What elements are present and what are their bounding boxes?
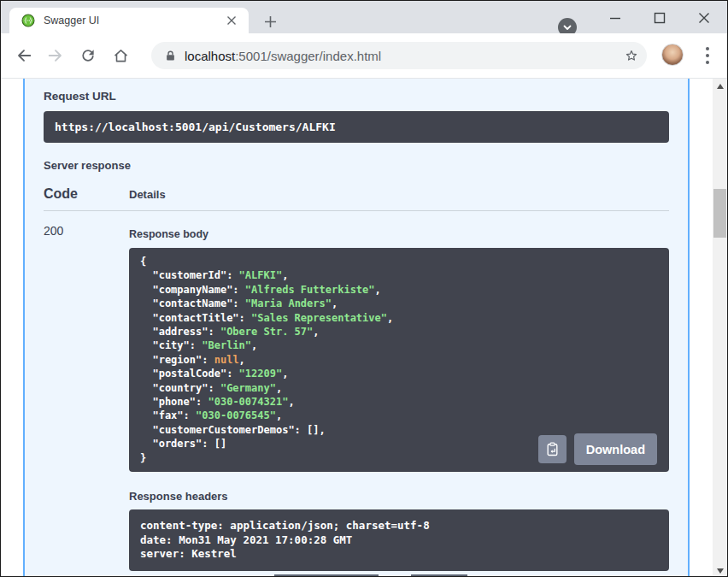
forward-button[interactable] — [42, 42, 69, 69]
page-content: Request URL https://localhost:5001/api/C… — [1, 79, 727, 577]
request-url-value: https://localhost:5001/api/Customers/ALF… — [44, 111, 669, 143]
response-details: Response body { "customerId": "ALFKI", "… — [129, 224, 669, 571]
page-scrollbar[interactable] — [713, 79, 727, 577]
new-tab-button[interactable] — [261, 13, 279, 30]
tab-close-icon[interactable] — [225, 14, 238, 27]
details-column-header: Details — [129, 188, 166, 201]
home-button[interactable] — [107, 42, 134, 69]
copy-to-clipboard-button[interactable] — [538, 435, 567, 463]
url-text[interactable]: localhost:5001/swagger/index.html — [185, 49, 381, 63]
table-divider — [44, 210, 669, 211]
profile-avatar[interactable] — [661, 44, 684, 66]
status-code: 200 — [44, 224, 129, 571]
response-body-code: { "customerId": "ALFKI", "companyName": … — [129, 248, 669, 472]
lock-icon[interactable] — [164, 50, 177, 62]
browser-window: Swagger UI — [0, 0, 728, 577]
bookmark-star-icon[interactable] — [624, 48, 639, 63]
maximize-button[interactable] — [647, 8, 672, 28]
response-table-header: Code Details — [44, 186, 669, 202]
scroll-up-button[interactable] — [713, 79, 727, 93]
browser-toolbar: localhost:5001/swagger/index.html — [1, 33, 727, 79]
code-column-header: Code — [44, 186, 129, 202]
browser-tab[interactable]: Swagger UI — [9, 8, 249, 33]
url-path: :5001/swagger/index.html — [235, 49, 381, 63]
scrollbar-thumb[interactable] — [713, 189, 726, 238]
tab-title: Swagger UI — [44, 15, 225, 26]
response-row: 200 Response body { "customerId": "ALFKI… — [44, 224, 669, 571]
reload-button[interactable] — [74, 42, 102, 69]
swagger-operation-block: Request URL https://localhost:5001/api/C… — [23, 79, 690, 577]
server-response-label: Server response — [44, 159, 669, 172]
swagger-favicon-icon — [21, 14, 35, 27]
scroll-down-button[interactable] — [713, 563, 727, 577]
window-close-button[interactable] — [691, 8, 717, 28]
address-bar[interactable]: localhost:5001/swagger/index.html — [151, 42, 647, 69]
download-button[interactable]: Download — [574, 433, 657, 465]
tab-strip: Swagger UI — [1, 1, 727, 33]
request-url-label: Request URL — [44, 90, 669, 103]
response-headers-code: content-type: application/json; charset=… — [129, 509, 669, 571]
response-body-label: Response body — [129, 228, 669, 240]
url-host: localhost — [185, 49, 235, 63]
response-headers-label: Response headers — [129, 490, 669, 503]
back-button[interactable] — [10, 42, 38, 69]
browser-menu-icon[interactable] — [704, 47, 711, 64]
minimize-button[interactable] — [602, 8, 628, 28]
